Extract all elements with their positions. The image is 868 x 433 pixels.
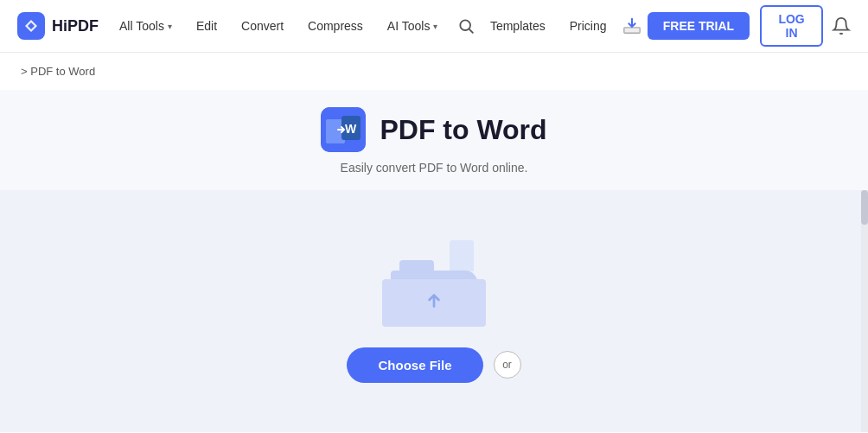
- nav-all-tools[interactable]: All Tools ▾: [109, 0, 182, 53]
- scrollbar-track[interactable]: [861, 190, 868, 432]
- svg-point-0: [460, 20, 470, 30]
- doc-behind-icon: [450, 240, 474, 271]
- navbar: HiPDF All Tools ▾ Edit Convert Compress …: [0, 0, 868, 53]
- notification-bell-button[interactable]: [832, 12, 851, 40]
- nav-templates[interactable]: Templates: [480, 0, 556, 53]
- hero-section: W PDF to Word Easily convert PDF to Word…: [0, 90, 868, 190]
- nav-compress[interactable]: Compress: [297, 0, 373, 53]
- login-button[interactable]: LOG IN: [760, 5, 823, 47]
- search-button[interactable]: [455, 10, 476, 41]
- ai-tools-chevron-icon: ▾: [433, 22, 437, 31]
- choose-file-button[interactable]: Choose File: [347, 347, 482, 383]
- scrollbar-thumb[interactable]: [861, 190, 868, 225]
- download-button[interactable]: [621, 10, 644, 41]
- free-trial-button[interactable]: FREE TRIAL: [648, 12, 750, 40]
- logo-icon: [17, 12, 45, 40]
- upload-illustration: [382, 240, 486, 327]
- breadcrumb: > PDF to Word: [0, 53, 868, 90]
- logo-area[interactable]: HiPDF: [17, 12, 99, 40]
- svg-rect-2: [624, 28, 640, 33]
- nav-ai-tools[interactable]: AI Tools ▾: [377, 0, 449, 53]
- folder-front-icon: [382, 279, 486, 327]
- upload-section: Choose File or: [0, 190, 868, 432]
- brand-name: HiPDF: [52, 17, 99, 35]
- nav-pricing[interactable]: Pricing: [559, 0, 617, 53]
- hero-subtitle: Easily convert PDF to Word online.: [341, 161, 528, 175]
- page-title: PDF to Word: [380, 114, 546, 146]
- or-divider: or: [494, 351, 521, 379]
- upload-controls: Choose File or: [347, 347, 520, 383]
- all-tools-chevron-icon: ▾: [168, 22, 172, 31]
- breadcrumb-page[interactable]: PDF to Word: [30, 65, 95, 78]
- svg-text:W: W: [345, 122, 357, 136]
- tool-icon: W: [321, 107, 366, 152]
- hero-title-row: W PDF to Word: [321, 107, 546, 152]
- nav-convert[interactable]: Convert: [231, 0, 294, 53]
- svg-line-1: [469, 29, 473, 34]
- folder-tab-icon: [399, 260, 434, 272]
- nav-edit[interactable]: Edit: [186, 0, 227, 53]
- upload-arrow-icon: [423, 289, 445, 316]
- breadcrumb-separator: >: [21, 65, 28, 78]
